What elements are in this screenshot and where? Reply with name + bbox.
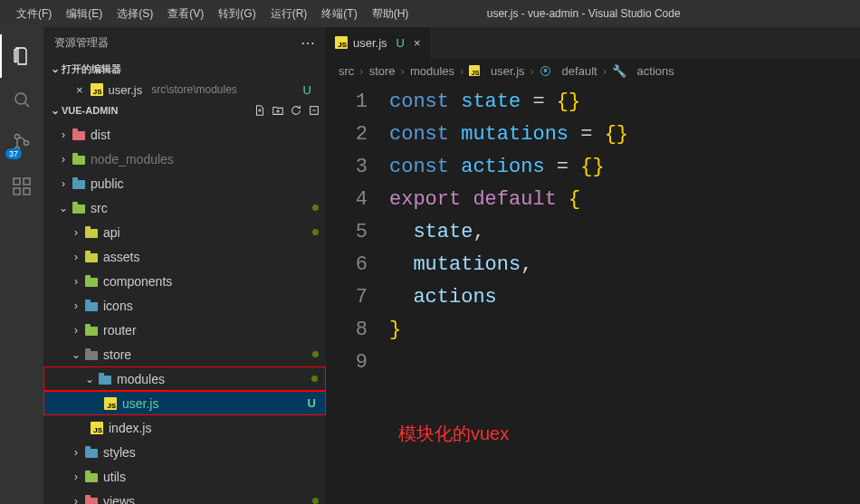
tab-user-js[interactable]: JS user.js U ×	[326, 27, 431, 59]
svg-point-0	[15, 93, 26, 104]
open-editor-status: U	[303, 83, 319, 97]
extensions-icon[interactable]	[0, 165, 43, 208]
menu-run[interactable]: 运行(R)	[263, 1, 315, 27]
menu-help[interactable]: 帮助(H)	[365, 1, 416, 27]
explorer-more-icon[interactable]: ⋯	[301, 34, 315, 52]
tree-folder-icons[interactable]: ›icons	[43, 293, 326, 318]
chevron-down-icon: ⌄	[49, 62, 62, 75]
breadcrumb-file[interactable]: JS user.js	[469, 64, 524, 78]
menu-selection[interactable]: 选择(S)	[110, 1, 160, 27]
svg-rect-5	[14, 188, 20, 195]
breadcrumb: src› store› modules› JS user.js› ⦿ defau…	[326, 59, 860, 82]
explorer-panel: 资源管理器 ⋯ ⌄ 打开的编辑器 × JS user.js src\store\…	[43, 27, 326, 504]
svg-rect-6	[24, 188, 30, 195]
tree-folder-utils[interactable]: ›utils	[43, 464, 326, 489]
open-editors-header[interactable]: ⌄ 打开的编辑器	[43, 59, 326, 79]
close-icon[interactable]: ×	[76, 83, 83, 97]
tree-file-user-js[interactable]: JSuser.jsU	[43, 391, 326, 415]
tree-folder-styles[interactable]: ›styles	[43, 440, 326, 464]
menu-bar: 文件(F) 编辑(E) 选择(S) 查看(V) 转到(G) 运行(R) 终端(T…	[0, 1, 416, 27]
breadcrumb-src[interactable]: src	[339, 64, 354, 78]
tab-filename: user.js	[353, 36, 387, 50]
tree-folder-src[interactable]: ⌄src	[43, 195, 326, 220]
source-control-icon[interactable]: 37	[0, 121, 43, 165]
tree-folder-public[interactable]: ›public	[43, 171, 326, 195]
svg-point-3	[24, 141, 29, 146]
tree-folder-dist[interactable]: ›dist	[43, 122, 326, 147]
annotation-text: 模块化的vuex	[398, 417, 509, 450]
window-title: user.js - vue-admin - Visual Studio Code	[416, 7, 860, 20]
menu-go[interactable]: 转到(G)	[211, 1, 263, 27]
file-tree: ›dist ›node_modules ›public ⌄src ›api ›a…	[43, 120, 326, 504]
breadcrumb-actions[interactable]: 🔧 actions	[612, 64, 674, 78]
open-editor-item[interactable]: × JS user.js src\store\modules U	[43, 79, 326, 100]
open-editors-label: 打开的编辑器	[62, 62, 320, 76]
menu-terminal[interactable]: 终端(T)	[314, 1, 364, 27]
scm-badge: 37	[5, 148, 22, 159]
tree-folder-store[interactable]: ⌄store	[43, 342, 326, 366]
js-file-icon: JS	[335, 36, 348, 50]
explorer-icon[interactable]	[0, 34, 43, 78]
titlebar: 文件(F) 编辑(E) 选择(S) 查看(V) 转到(G) 运行(R) 终端(T…	[0, 0, 860, 27]
line-numbers: 123456789	[326, 82, 389, 504]
new-file-icon[interactable]	[253, 104, 266, 117]
menu-file[interactable]: 文件(F)	[9, 1, 59, 27]
tree-folder-modules[interactable]: ⌄modules	[43, 366, 326, 391]
tree-folder-node-modules[interactable]: ›node_modules	[43, 147, 326, 171]
explorer-title: 资源管理器	[54, 35, 301, 51]
svg-point-1	[15, 135, 20, 139]
refresh-icon[interactable]	[290, 104, 302, 117]
code-editor[interactable]: 123456789 const state = {}const mutation…	[326, 82, 860, 504]
explorer-header: 资源管理器 ⋯	[43, 27, 326, 59]
svg-rect-7	[24, 178, 30, 185]
open-editor-filename: user.js	[109, 83, 143, 97]
tree-folder-components[interactable]: ›components	[43, 269, 326, 293]
open-editor-path: src\store\modules	[151, 83, 237, 96]
tree-folder-assets[interactable]: ›assets	[43, 244, 326, 269]
tree-file-index-js[interactable]: JSindex.js	[43, 415, 326, 440]
breadcrumb-modules[interactable]: modules	[410, 64, 454, 78]
project-header[interactable]: ⌄ VUE-ADMIN	[43, 100, 326, 120]
editor-area: JS user.js U × src› store› modules› JS u…	[326, 27, 860, 504]
project-label: VUE-ADMIN	[62, 105, 253, 116]
editor-tabs: JS user.js U ×	[326, 27, 860, 59]
tree-folder-views[interactable]: ›views	[43, 489, 326, 504]
tree-folder-api[interactable]: ›api	[43, 220, 326, 244]
activity-bar: 37	[0, 27, 43, 504]
search-icon[interactable]	[0, 78, 43, 121]
new-folder-icon[interactable]	[272, 104, 284, 117]
breadcrumb-default[interactable]: ⦿ default	[540, 64, 597, 78]
svg-rect-4	[14, 178, 20, 185]
chevron-down-icon: ⌄	[49, 104, 62, 117]
menu-edit[interactable]: 编辑(E)	[59, 1, 110, 27]
menu-view[interactable]: 查看(V)	[160, 1, 211, 27]
breadcrumb-store[interactable]: store	[369, 64, 396, 78]
js-file-icon: JS	[91, 83, 103, 97]
close-icon[interactable]: ×	[414, 36, 421, 50]
tab-status: U	[397, 36, 405, 50]
collapse-icon[interactable]	[308, 104, 320, 117]
tree-folder-router[interactable]: ›router	[43, 318, 326, 342]
